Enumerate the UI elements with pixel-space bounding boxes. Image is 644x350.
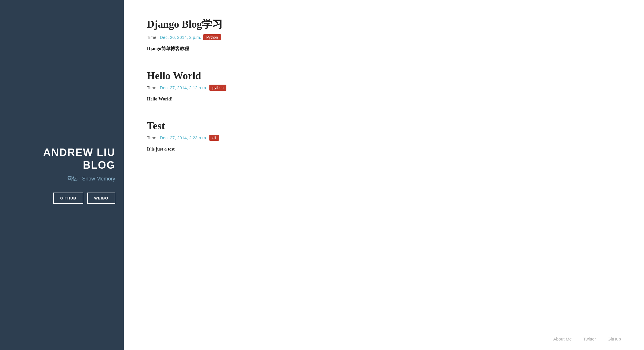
- about-me-link[interactable]: About Me: [553, 336, 572, 341]
- time-label: Time:: [147, 35, 158, 40]
- blog-subtitle: 雪忆 - Snow Memory: [9, 175, 115, 182]
- post-tag[interactable]: python: [209, 85, 226, 91]
- post-excerpt: Hello World!: [147, 95, 621, 103]
- post-meta: Time: Dec. 27, 2014, 2:12 a.m. python: [147, 85, 621, 91]
- sidebar-buttons: GITHUB WEIBO: [9, 193, 115, 204]
- time-label: Time:: [147, 85, 158, 90]
- post-item: Hello World Time: Dec. 27, 2014, 2:12 a.…: [147, 70, 621, 103]
- post-tag[interactable]: all: [209, 135, 219, 141]
- weibo-button[interactable]: WEIBO: [87, 193, 115, 204]
- main-content: Django Blog学习 Time: Dec. 26, 2014, 2 p.m…: [124, 0, 644, 350]
- post-excerpt: It'is just a test: [147, 145, 621, 153]
- github-button[interactable]: GITHUB: [53, 193, 83, 204]
- post-date: Dec. 26, 2014, 2 p.m.: [160, 35, 201, 40]
- post-title[interactable]: Django Blog学习: [147, 17, 621, 31]
- page-footer: About Me Twitter GitHub: [553, 336, 621, 341]
- post-meta: Time: Dec. 27, 2014, 2:23 a.m. all: [147, 135, 621, 141]
- post-title[interactable]: Test: [147, 120, 621, 132]
- github-footer-link[interactable]: GitHub: [607, 336, 621, 341]
- post-tag[interactable]: Python: [203, 34, 221, 40]
- post-excerpt: Django简单博客教程: [147, 45, 621, 52]
- post-date: Dec. 27, 2014, 2:12 a.m.: [160, 85, 207, 90]
- post-item: Django Blog学习 Time: Dec. 26, 2014, 2 p.m…: [147, 17, 621, 52]
- time-label: Time:: [147, 135, 158, 140]
- post-title[interactable]: Hello World: [147, 70, 621, 82]
- blog-title: ANDREW LIU BLOG: [9, 146, 115, 171]
- twitter-link[interactable]: Twitter: [583, 336, 596, 341]
- post-meta: Time: Dec. 26, 2014, 2 p.m. Python: [147, 34, 621, 40]
- post-item: Test Time: Dec. 27, 2014, 2:23 a.m. all …: [147, 120, 621, 153]
- post-date: Dec. 27, 2014, 2:23 a.m.: [160, 135, 207, 140]
- sidebar: ANDREW LIU BLOG 雪忆 - Snow Memory GITHUB …: [0, 0, 124, 350]
